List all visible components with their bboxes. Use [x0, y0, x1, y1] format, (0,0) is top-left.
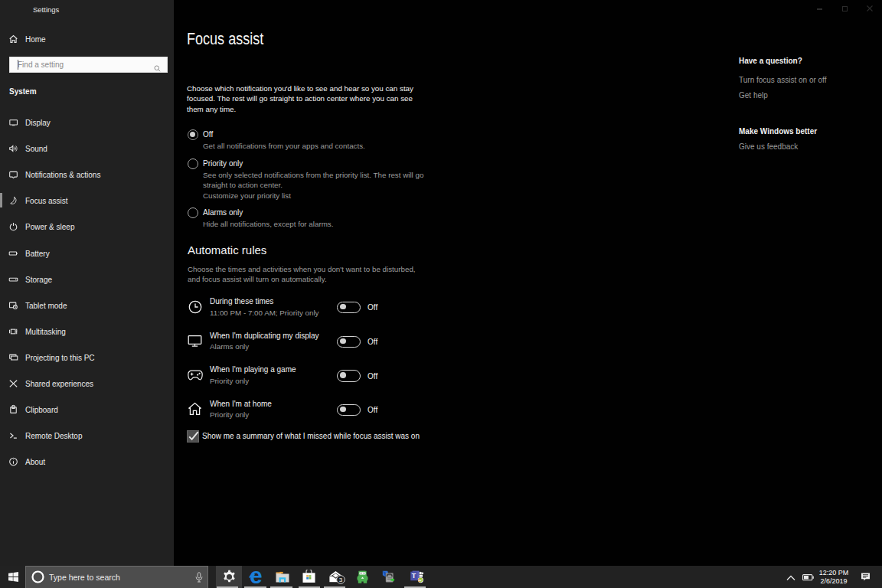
svg-text:3: 3	[339, 577, 343, 583]
svg-text:T: T	[412, 572, 416, 580]
